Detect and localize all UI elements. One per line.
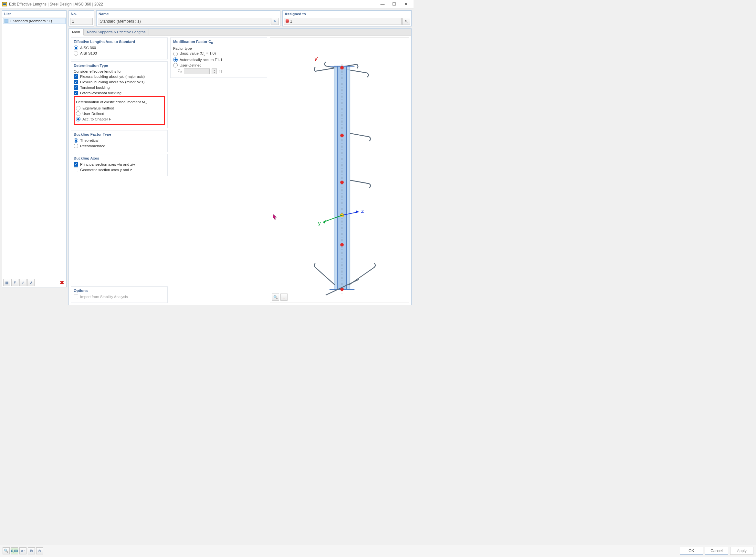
- radio-icon: [173, 57, 178, 62]
- radio-recommended[interactable]: Recommended: [74, 144, 165, 148]
- det-type-title: Determination Type: [74, 64, 165, 67]
- mcr-label: Determination of elastic critical moment…: [76, 100, 163, 105]
- close-button[interactable]: ✕: [400, 0, 412, 8]
- svg-point-11: [340, 134, 344, 137]
- radio-icon: [74, 51, 78, 56]
- copy-button[interactable]: ⎘: [11, 279, 19, 286]
- radio-icon: [76, 106, 80, 111]
- radio-label: AISC 360: [80, 46, 96, 50]
- buck-factor-title: Buckling Factor Type: [74, 133, 165, 136]
- svg-line-22: [350, 134, 369, 137]
- radio-label: User-Defined: [82, 112, 104, 116]
- no-field-box: No. 1: [68, 10, 94, 27]
- name-input[interactable]: Standard (Members : 1): [98, 18, 271, 25]
- preview-svg: z y: [270, 38, 409, 302]
- radio-user-def-mcr[interactable]: User-Defined: [76, 111, 163, 116]
- check-fb-major[interactable]: ✓Flexural buckling about y/u (major axis…: [74, 74, 165, 79]
- radio-icon: [74, 144, 78, 148]
- eff-lengths-title: Effective Lengths Acc. to Standard: [74, 40, 165, 43]
- radio-icon: [74, 46, 78, 50]
- assigned-label: Assigned to: [283, 11, 411, 17]
- radio-label: User-Defined: [179, 63, 202, 67]
- tab-main[interactable]: Main: [69, 29, 84, 35]
- check-icon: ✓: [74, 80, 78, 84]
- list-header: List: [2, 11, 66, 18]
- tabs-panel: Main Nodal Supports & Effective Lengths …: [68, 28, 412, 305]
- radio-cb-basic[interactable]: Basic value (Cb = 1.0): [173, 51, 264, 56]
- svg-point-10: [340, 66, 344, 70]
- radio-label: Automatically acc. to F1-1: [179, 58, 222, 62]
- name-label: Name: [96, 11, 280, 17]
- check-label: Torsional buckling: [80, 86, 110, 89]
- preview-zoom-button[interactable]: 🔍: [272, 294, 279, 301]
- check-fb-minor[interactable]: ✓Flexural buckling about z/v (minor axis…: [74, 80, 165, 84]
- check-icon: ✓: [74, 91, 78, 95]
- maximize-button[interactable]: ☐: [388, 0, 400, 8]
- new-button[interactable]: ▦: [3, 279, 10, 286]
- preview-viewport[interactable]: z y: [270, 37, 409, 303]
- radio-icon: [173, 52, 178, 56]
- minimize-button[interactable]: —: [377, 0, 388, 8]
- tab-nodal[interactable]: Nodal Supports & Effective Lengths: [84, 29, 149, 35]
- section-buck-factor: Buckling Factor Type Theoretical Recomme…: [71, 130, 168, 152]
- assigned-field-box: Assigned to 1 ↖: [282, 10, 412, 27]
- check-label: Import from Stability Analysis: [80, 295, 128, 299]
- check-label: Geometric section axes y and z: [80, 168, 132, 172]
- check-label: Lateral-torsional buckling: [80, 91, 121, 95]
- preview-member-button[interactable]: ⊥: [280, 294, 287, 301]
- svg-text:y: y: [318, 220, 321, 226]
- check-geometric-axes[interactable]: ✓Geometric section axes y and z: [74, 168, 165, 172]
- cb-input: [184, 68, 210, 74]
- title-bar: Edit Effective Lengths | Steel Design | …: [0, 0, 414, 8]
- radio-label: Eigenvalue method: [82, 106, 114, 110]
- check-torsional[interactable]: ✓Torsional buckling: [74, 85, 165, 90]
- svg-line-24: [315, 267, 335, 285]
- radio-eigen[interactable]: Eigenvalue method: [76, 106, 163, 111]
- options-title: Options: [74, 289, 165, 293]
- section-options: Options ✓Import from Stability Analysis: [71, 286, 168, 303]
- radio-label: Acc. to Chapter F: [82, 117, 111, 121]
- consider-label: Consider effective lengths for: [74, 69, 165, 73]
- assigned-input[interactable]: 1: [284, 18, 401, 25]
- section-mod-cb: Modification Factor Cb Factor type Basic…: [170, 37, 267, 78]
- radio-aisc360[interactable]: AISC 360: [74, 46, 165, 50]
- section-det-type: Determination Type Consider effective le…: [71, 61, 168, 128]
- radio-label: Theoretical: [80, 139, 99, 142]
- check-icon: ✓: [74, 294, 78, 299]
- svg-text:v: v: [314, 55, 318, 62]
- check-label: Flexural buckling about z/v (minor axis): [80, 80, 144, 84]
- radio-cb-user[interactable]: User-Defined: [173, 63, 264, 67]
- svg-rect-1: [3, 3, 6, 4]
- section-eff-lengths: Effective Lengths Acc. to Standard AISC …: [71, 37, 168, 59]
- check-principal-axes[interactable]: ✓Principal section axes y/u and z/v: [74, 162, 165, 167]
- radio-icon: [76, 117, 80, 121]
- radio-theoretical[interactable]: Theoretical: [74, 138, 165, 143]
- svg-rect-2: [3, 4, 6, 5]
- check-ltb[interactable]: ✓Lateral-torsional buckling: [74, 91, 165, 95]
- list-item[interactable]: 1 Standard (Members : 1): [3, 18, 65, 24]
- radio-label: AISI S100: [80, 51, 97, 55]
- svg-line-23: [350, 180, 369, 184]
- app-icon: [2, 2, 7, 7]
- check-icon: ✓: [74, 74, 78, 79]
- svg-text:z: z: [361, 208, 364, 214]
- name-field-box: Name Standard (Members : 1) ✎: [96, 10, 280, 27]
- window-title: Edit Effective Lengths | Steel Design | …: [9, 2, 103, 6]
- no-input[interactable]: 1: [70, 18, 93, 25]
- check-button[interactable]: ✓: [19, 279, 27, 286]
- delete-button[interactable]: ✖: [58, 279, 65, 286]
- radio-aisi-s100[interactable]: AISI S100: [74, 51, 165, 56]
- uncheck-button[interactable]: ✗: [27, 279, 34, 286]
- check-icon: ✓: [74, 162, 78, 167]
- check-label: Principal section axes y/u and z/v: [80, 163, 135, 166]
- pick-object-button[interactable]: ↖: [402, 18, 410, 25]
- radio-cb-auto[interactable]: Automatically acc. to F1-1: [173, 57, 264, 62]
- list-item-label: 1 Standard (Members : 1): [10, 19, 52, 23]
- tab-strip: Main Nodal Supports & Effective Lengths: [69, 29, 411, 35]
- cb-input-row: Cb ▲▼ [-]: [178, 68, 264, 74]
- radio-label: Recommended: [80, 144, 105, 148]
- radio-chapter-f[interactable]: Acc. to Chapter F: [76, 117, 163, 121]
- edit-name-button[interactable]: ✎: [271, 18, 279, 25]
- radio-icon: [74, 138, 78, 143]
- list-panel: List 1 Standard (Members : 1) ▦ ⎘ ✓ ✗ ✖: [2, 10, 66, 287]
